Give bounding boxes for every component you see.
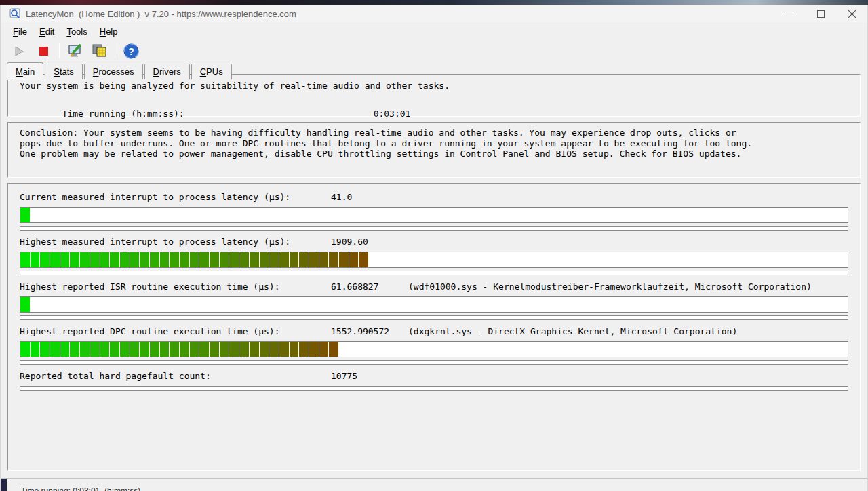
- progress-bar-segment: [309, 252, 319, 267]
- progress-bar-segment: [40, 342, 50, 357]
- progress-bar-segment: [50, 252, 60, 267]
- close-button[interactable]: [836, 5, 867, 22]
- progress-bar-segment: [260, 342, 269, 357]
- separator-strip: [20, 386, 848, 391]
- conclusion-panel: Conclusion: Your system seems to be havi…: [7, 122, 861, 178]
- measurement-value: 1909.60: [331, 237, 407, 247]
- help-button[interactable]: ?: [121, 42, 140, 60]
- tab-cpus[interactable]: CPUs: [191, 64, 232, 79]
- progress-bar-segment: [299, 252, 309, 267]
- progress-bar-segment: [229, 252, 239, 267]
- window-title: LatencyMon (Home Edition ) v 7.20 - http…: [26, 9, 296, 19]
- conclusion-text-line: pops due to buffer underruns. One or mor…: [20, 138, 848, 149]
- report-options-button[interactable]: [66, 42, 85, 60]
- progress-bar-segment: [110, 252, 119, 267]
- progress-bar-segment: [140, 342, 149, 357]
- tab-main[interactable]: Main: [7, 62, 43, 80]
- progress-bar-segment: [269, 252, 279, 267]
- progress-bar-segment: [20, 252, 30, 267]
- progress-bar-segment: [239, 252, 249, 267]
- menu-bar: FileEditToolsHelp: [1, 22, 867, 41]
- latency-progress-bar: [20, 252, 848, 268]
- maximize-button[interactable]: [805, 5, 836, 22]
- progress-bar-segment: [70, 342, 79, 357]
- progress-bar-segment: [229, 342, 239, 357]
- copy-layers-button[interactable]: [90, 42, 108, 60]
- app-icon: [9, 8, 20, 19]
- maximize-icon: [817, 10, 825, 18]
- status-bar-text: Time running: 0:03:01 (h:mm:ss): [21, 486, 140, 491]
- tab-processes[interactable]: Processes: [84, 64, 143, 79]
- progress-bar-segment: [150, 252, 159, 267]
- progress-bar-segment: [290, 342, 299, 357]
- progress-bar-segment: [140, 252, 149, 267]
- menu-item-help[interactable]: Help: [94, 24, 124, 39]
- menu-item-edit[interactable]: Edit: [33, 24, 60, 39]
- menu-item-file[interactable]: File: [7, 24, 33, 39]
- measurement-value: 10775: [331, 371, 407, 381]
- measurement-label-row: Highest reported ISR routine execution t…: [20, 281, 848, 293]
- minimize-button[interactable]: [774, 5, 805, 22]
- progress-bar-segment: [20, 342, 30, 357]
- progress-bar-segment: [180, 342, 189, 357]
- analysis-status-text: Your system is being analyzed for suitab…: [20, 81, 848, 92]
- status-bar: Time running: 0:03:01 (h:mm:ss): [1, 478, 867, 491]
- progress-bar-segment: [60, 342, 70, 357]
- progress-bar-segment: [60, 252, 70, 267]
- measurement-label: Highest reported DPC routine execution t…: [20, 326, 331, 336]
- start-monitor-button[interactable]: [10, 42, 29, 60]
- progress-bar-segment: [279, 252, 289, 267]
- progress-bar-segment: [329, 342, 338, 357]
- progress-bar-segment: [70, 252, 79, 267]
- toolbar-separator: [115, 43, 115, 58]
- close-icon: [848, 10, 856, 18]
- progress-bar-segment: [299, 342, 309, 357]
- measurement-label: Reported total hard pagefault count:: [20, 371, 331, 381]
- window-controls: [774, 5, 867, 22]
- progress-bar-segment: [130, 252, 140, 267]
- time-running-row: Time running (h:mm:ss):0:03:01: [20, 98, 848, 110]
- tab-drivers[interactable]: Drivers: [144, 64, 190, 79]
- progress-bar-segment: [160, 342, 170, 357]
- help-icon: ?: [123, 43, 139, 59]
- analysis-status-panel: Your system is being analyzed for suitab…: [7, 74, 861, 117]
- progress-bar-segment: [20, 208, 30, 222]
- time-running-value: 0:03:01: [374, 109, 411, 119]
- progress-bar-segment: [170, 342, 179, 357]
- progress-bar-segment: [31, 252, 40, 267]
- progress-bar-segment: [339, 252, 349, 267]
- progress-bar-segment: [319, 252, 329, 267]
- measurement-label-row: Highest measured interrupt to process la…: [20, 237, 848, 248]
- tab-stats[interactable]: Stats: [45, 64, 83, 79]
- progress-bar-segment: [220, 252, 229, 267]
- measurement-label: Current measured interrupt to process la…: [20, 192, 331, 202]
- toolbar-separator: [59, 43, 60, 58]
- svg-text:?: ?: [128, 45, 134, 56]
- progress-bar-segment: [31, 342, 40, 357]
- stop-monitor-button[interactable]: [34, 42, 53, 60]
- stop-icon: [39, 47, 48, 56]
- progress-bar-segment: [250, 342, 259, 357]
- progress-bar-segment: [290, 252, 299, 267]
- layers-icon: [91, 43, 107, 59]
- measurement-driver-detail: (wdf01000.sys - Kernelmodustreiber-Frame…: [408, 281, 812, 292]
- progress-bar-segment: [210, 342, 219, 357]
- progress-bar-segment: [210, 252, 219, 267]
- progress-bar-segment: [309, 342, 319, 357]
- progress-bar-segment: [349, 252, 359, 267]
- separator-strip: [20, 315, 848, 320]
- desktop-wallpaper-strip: [0, 0, 868, 5]
- progress-bar-segment: [110, 342, 119, 357]
- progress-bar-segment: [100, 342, 110, 357]
- measurement-row: Current measured interrupt to process la…: [20, 192, 848, 231]
- menu-item-tools[interactable]: Tools: [60, 24, 93, 39]
- progress-bar-segment: [190, 342, 199, 357]
- measurement-row: Reported total hard pagefault count:1077…: [20, 371, 848, 391]
- conclusion-text-line: One problem may be related to power mana…: [20, 149, 848, 159]
- progress-bar-segment: [199, 342, 209, 357]
- progress-bar-segment: [279, 342, 289, 357]
- progress-bar-segment: [20, 297, 30, 312]
- progress-bar-segment: [359, 252, 368, 267]
- latency-progress-bar: [20, 296, 848, 313]
- progress-bar-segment: [100, 252, 110, 267]
